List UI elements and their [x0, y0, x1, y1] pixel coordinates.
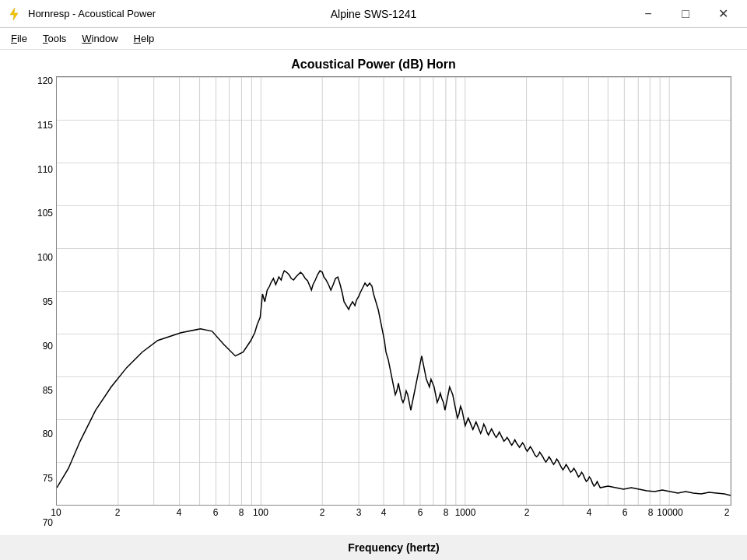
v-grid-lines [118, 77, 731, 505]
x-label-10000: 10000 [657, 507, 682, 518]
y-label-120: 120 [37, 76, 53, 86]
x-label-1000: 1000 [455, 507, 476, 518]
x-label-20: 2 [115, 507, 121, 518]
minimize-button[interactable]: − [630, 2, 666, 26]
x-label-40: 4 [177, 507, 182, 518]
x-label-80: 8 [239, 507, 244, 518]
y-label-115: 115 [37, 121, 53, 130]
x-label-300: 3 [356, 507, 362, 518]
y-label-85: 85 [43, 386, 53, 395]
y-label-75: 75 [43, 474, 53, 483]
x-label-4000: 4 [587, 507, 592, 518]
x-label-20000: 2 [724, 507, 730, 518]
x-label-8000: 8 [648, 507, 654, 518]
menu-tools[interactable]: Tools [35, 30, 74, 47]
y-label-70: 70 [43, 518, 53, 527]
y-label-105: 105 [37, 208, 53, 218]
x-axis-labels: 10 2 4 6 8 100 2 3 4 6 8 1000 2 4 6 8 10… [56, 507, 731, 527]
window-title: Alpine SWS-1241 [331, 8, 417, 20]
menu-help[interactable]: Help [126, 30, 163, 47]
x-label-10: 10 [51, 507, 61, 518]
app-title: Hornresp - Acoustical Power [28, 8, 156, 19]
x-label-2000: 2 [524, 507, 530, 518]
x-label-800: 8 [444, 507, 449, 518]
chart-container: 120 115 110 105 100 95 90 85 80 75 70 [16, 76, 731, 527]
window-controls: − □ ✕ [630, 2, 741, 26]
chart-svg [57, 77, 731, 505]
menu-bar: File Tools Window Help [0, 28, 747, 50]
x-label-60: 6 [213, 507, 219, 518]
x-label-600: 6 [418, 507, 423, 518]
x-label-400: 4 [381, 507, 387, 518]
svg-rect-1 [57, 77, 731, 505]
x-label-6000: 6 [622, 507, 628, 518]
y-label-95: 95 [43, 297, 53, 306]
close-button[interactable]: ✕ [705, 2, 741, 26]
title-bar: Hornresp - Acoustical Power Alpine SWS-1… [0, 0, 747, 28]
x-label-100: 100 [253, 507, 268, 518]
app-icon [6, 6, 22, 22]
chart-title: Acoustical Power (dB) Horn [291, 58, 456, 72]
x-label-200: 2 [320, 507, 325, 518]
frequency-curve [57, 271, 731, 495]
y-axis-labels: 120 115 110 105 100 95 90 85 80 75 70 [16, 76, 56, 527]
y-label-100: 100 [37, 253, 53, 262]
svg-marker-0 [10, 8, 18, 20]
maximize-button[interactable]: □ [668, 2, 703, 26]
menu-window[interactable]: Window [74, 30, 125, 47]
plot-area [56, 76, 731, 506]
menu-file[interactable]: File [3, 30, 35, 47]
y-label-90: 90 [43, 341, 53, 351]
chart-area: Acoustical Power (dB) Horn 120 115 110 1… [0, 50, 747, 535]
y-label-110: 110 [37, 165, 53, 174]
title-bar-left: Hornresp - Acoustical Power [6, 6, 156, 22]
y-label-80: 80 [43, 429, 53, 439]
x-axis-title: Frequency (hertz) [348, 541, 439, 554]
